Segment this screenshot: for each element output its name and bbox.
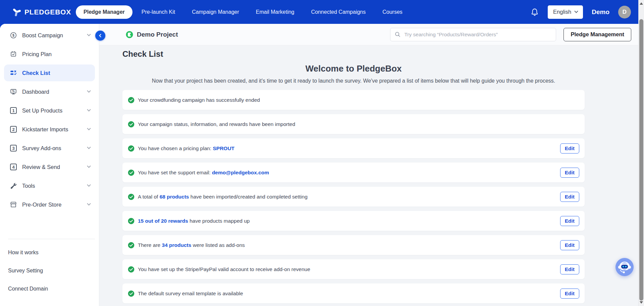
- user-name: Demo: [592, 8, 609, 16]
- edit-button[interactable]: Edit: [560, 289, 579, 299]
- main-header: Demo Project Pledge Management: [99, 24, 644, 45]
- app-sheet: $Boost CampaignPricing PlanCheck List%Da…: [0, 24, 644, 306]
- sidebar-item-dashboard[interactable]: %Dashboard: [4, 83, 95, 100]
- check-circle-icon: [128, 266, 135, 273]
- brand[interactable]: PLEDGEBOX: [12, 7, 71, 16]
- pledge-management-button[interactable]: Pledge Management: [564, 28, 631, 41]
- sidebar-item-label: Kickstarter Imports: [22, 126, 88, 133]
- topbar-right: English Demo D: [530, 5, 644, 19]
- checklist-link[interactable]: 34 products: [162, 242, 192, 248]
- checklist-link[interactable]: 68 products: [160, 194, 189, 200]
- checklist-item-text: You have set the support email: demo@ple…: [138, 170, 269, 176]
- dashboard-icon: %: [9, 88, 17, 95]
- checklist-text-pre: Your crowdfunding campaign has successfu…: [138, 97, 260, 103]
- sidebar-item-label: Boost Campaign: [22, 32, 88, 39]
- language-selector[interactable]: English: [548, 5, 583, 19]
- vertical-scrollbar[interactable]: [638, 0, 644, 306]
- nav-tab-connected-campaigns[interactable]: Connected Campaigns: [304, 5, 374, 19]
- sidebar-item-check-list[interactable]: Check List: [4, 64, 95, 81]
- chevron-down-icon: [575, 9, 578, 13]
- edit-button[interactable]: Edit: [560, 143, 579, 154]
- checklist-item: Your campaign status, information, and r…: [122, 114, 585, 134]
- notifications-bell-icon[interactable]: [530, 8, 539, 16]
- calendar-check-icon: [9, 50, 17, 58]
- checklist-link[interactable]: demo@pledgebox.com: [212, 170, 269, 175]
- scroll-up-arrow-icon[interactable]: [640, 2, 643, 5]
- scroll-down-arrow-icon[interactable]: [640, 301, 643, 304]
- nav-tab-pre-launch-kit[interactable]: Pre-launch Kit: [134, 5, 183, 19]
- checklist-icon: [9, 69, 17, 77]
- edit-button[interactable]: Edit: [560, 216, 579, 226]
- search-input[interactable]: [404, 31, 552, 38]
- checklist-link[interactable]: SPROUT: [213, 145, 234, 151]
- checklist-item-text: There are 34 products were listed as add…: [138, 242, 245, 248]
- checklist-text-post: were listed as add-ons: [191, 242, 245, 248]
- divider: [8, 239, 95, 239]
- sidebar-item-label: Dashboard: [22, 89, 88, 95]
- checklist-item-text: Your campaign status, information, and r…: [138, 121, 295, 127]
- checklist-text-pre: You have set up the Stripe/PayPal valid …: [138, 266, 310, 272]
- check-circle-icon: [128, 121, 135, 128]
- checklist-text-post: have products mapped up: [188, 218, 250, 224]
- chevron-down-icon: [87, 33, 91, 36]
- checklist-item: You have set up the Stripe/PayPal valid …: [122, 259, 585, 279]
- check-circle-icon: [128, 145, 135, 152]
- checklist-item-text: You have set up the Stripe/PayPal valid …: [138, 266, 310, 272]
- nav-tab-campaign-manager[interactable]: Campaign Manager: [184, 5, 247, 19]
- avatar-initial: D: [623, 9, 627, 15]
- welcome-title: Welcome to PledgeBox: [122, 63, 585, 74]
- sidebar-item-kickstarter-imports[interactable]: 2Kickstarter Imports: [4, 121, 95, 138]
- sidebar-collapse-button[interactable]: [95, 31, 105, 41]
- sidebar-link-survey-setting[interactable]: Survey Setting: [0, 262, 99, 280]
- sidebar-item-pricing-plan[interactable]: Pricing Plan: [4, 46, 95, 62]
- project-icon: [126, 31, 133, 38]
- check-circle-icon: [128, 290, 135, 297]
- sidebar-item-pre-order-store[interactable]: Pre-Order Store: [4, 196, 95, 213]
- chevron-down-icon: [87, 202, 91, 206]
- checklist-item-text: 15 out of 20 rewards have products mappe…: [138, 218, 250, 224]
- sidebar-link-connect-domain[interactable]: Connect Domain: [0, 280, 99, 298]
- sidebar-item-label: Set Up Products: [22, 107, 88, 114]
- checklist-link[interactable]: 15 out of 20 rewards: [138, 218, 188, 224]
- sidebar-item-label: Tools: [22, 183, 88, 189]
- edit-button[interactable]: Edit: [560, 192, 579, 202]
- chatbot-button[interactable]: [615, 258, 634, 276]
- sidebar-item-boost-campaign[interactable]: $Boost Campaign: [4, 27, 95, 44]
- wrench-icon: [9, 182, 17, 189]
- sidebar-link-how-it-works[interactable]: How it works: [0, 244, 99, 262]
- chevron-down-icon: [87, 164, 91, 168]
- page-content: Check List Welcome to PledgeBox Now that…: [99, 45, 644, 306]
- checklist-item: 15 out of 20 rewards have products mappe…: [122, 211, 585, 231]
- avatar[interactable]: D: [618, 6, 631, 18]
- checklist-item: There are 34 products were listed as add…: [122, 235, 585, 255]
- nav-tab-courses[interactable]: Courses: [375, 5, 410, 19]
- scrollbar-thumb[interactable]: [639, 19, 643, 301]
- chevron-down-icon: [87, 183, 91, 187]
- sidebar-item-tools[interactable]: Tools: [4, 177, 95, 194]
- search-box: [390, 28, 556, 41]
- chevron-down-icon: [87, 108, 91, 112]
- sidebar-footer: How it worksSurvey SettingConnect Domain: [0, 239, 99, 306]
- edit-button[interactable]: Edit: [560, 168, 579, 178]
- edit-button[interactable]: Edit: [560, 264, 579, 274]
- checklist-item: A total of 68 products have been importe…: [122, 187, 585, 207]
- primary-nav: Pledge ManagerPre-launch KitCampaign Man…: [76, 5, 410, 19]
- language-label: English: [553, 9, 571, 15]
- search-icon: [394, 31, 401, 38]
- chevron-down-icon: [87, 127, 91, 130]
- sidebar-item-review-send[interactable]: 4Review & Send: [4, 159, 95, 175]
- sidebar: $Boost CampaignPricing PlanCheck List%Da…: [0, 24, 99, 306]
- edit-button[interactable]: Edit: [560, 240, 579, 250]
- nav-tab-pledge-manager[interactable]: Pledge Manager: [76, 5, 132, 19]
- sidebar-item-label: Pre-Order Store: [22, 202, 88, 208]
- checklist-item: You have set the support email: demo@ple…: [122, 163, 585, 182]
- number-4-icon: 4: [9, 164, 17, 170]
- nav-tab-email-marketing[interactable]: Email Marketing: [248, 5, 302, 19]
- sidebar-item-survey-add-ons[interactable]: 3Survey Add-ons: [4, 140, 95, 157]
- checklist: Your crowdfunding campaign has successfu…: [122, 90, 585, 303]
- checklist-item-text: Your crowdfunding campaign has successfu…: [138, 97, 260, 103]
- check-circle-icon: [128, 242, 135, 249]
- dollar-circle-icon: $: [9, 32, 17, 39]
- project-selector[interactable]: Demo Project: [126, 31, 178, 38]
- sidebar-item-set-up-products[interactable]: 1Set Up Products: [4, 102, 95, 119]
